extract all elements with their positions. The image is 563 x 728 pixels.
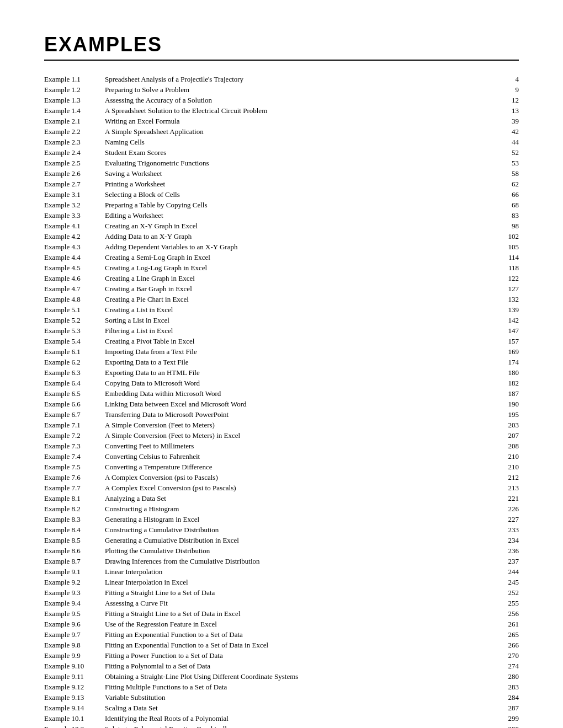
example-id: Example 2.1: [44, 116, 105, 126]
table-row: Example 8.7Drawing Inferences from the C…: [44, 556, 519, 566]
example-title: Evaluating Trigonometric Functions: [105, 158, 497, 168]
example-id: Example 5.4: [44, 336, 105, 346]
example-title: Fitting Multiple Functions to a Set of D…: [105, 682, 497, 692]
table-row: Example 6.1Importing Data from a Text Fi…: [44, 346, 519, 357]
example-title: Identifying the Real Roots of a Polynomi…: [105, 713, 497, 724]
example-id: Example 4.1: [44, 221, 105, 231]
example-page: 66: [497, 189, 519, 200]
example-id: Example 8.3: [44, 514, 105, 524]
example-page: 256: [497, 608, 519, 619]
example-id: Example 6.4: [44, 378, 105, 388]
table-row: Example 9.13Variable Substitution284: [44, 692, 519, 703]
example-id: Example 6.2: [44, 357, 105, 367]
example-title: Adding Dependent Variables to an X-Y Gra…: [105, 242, 497, 252]
table-row: Example 1.2Preparing to Solve a Problem9: [44, 84, 519, 95]
example-id: Example 8.5: [44, 535, 105, 545]
table-row: Example 6.2Exporting Data to a Text File…: [44, 357, 519, 367]
example-title: Creating a Line Graph in Excel: [105, 273, 497, 283]
example-id: Example 7.2: [44, 430, 105, 441]
example-page: 208: [497, 441, 519, 451]
example-page: 42: [497, 126, 519, 137]
example-page: 180: [497, 367, 519, 378]
example-page: 266: [497, 640, 519, 650]
example-title: Naming Cells: [105, 137, 497, 147]
example-title: Exporting Data to an HTML File: [105, 367, 497, 378]
table-row: Example 3.2Preparing a Table by Copying …: [44, 200, 519, 210]
example-id: Example 4.8: [44, 294, 105, 304]
example-title: Copying Data to Microsoft Word: [105, 378, 497, 388]
example-title: Creating a Bar Graph in Excel: [105, 283, 497, 294]
example-page: 255: [497, 598, 519, 608]
example-title: Assessing a Curve Fit: [105, 598, 497, 608]
example-page: 245: [497, 577, 519, 587]
example-page: 210: [497, 451, 519, 462]
table-row: Example 8.6Plotting the Cumulative Distr…: [44, 545, 519, 556]
example-page: 142: [497, 315, 519, 325]
example-title: Fitting a Polynomial to a Set of Data: [105, 661, 497, 671]
example-page: 300: [497, 724, 519, 728]
example-title: Preparing a Table by Copying Cells: [105, 200, 497, 210]
example-page: 9: [497, 84, 519, 95]
example-page: 233: [497, 524, 519, 535]
example-id: Example 6.1: [44, 346, 105, 357]
example-id: Example 2.7: [44, 179, 105, 189]
example-id: Example 7.4: [44, 451, 105, 462]
example-id: Example 6.3: [44, 367, 105, 378]
example-page: 13: [497, 105, 519, 116]
example-page: 236: [497, 545, 519, 556]
table-row: Example 5.3Filtering a List in Excel147: [44, 325, 519, 336]
table-row: Example 9.6Use of the Regression Feature…: [44, 619, 519, 629]
table-row: Example 7.6A Complex Conversion (psi to …: [44, 472, 519, 483]
example-id: Example 2.5: [44, 158, 105, 168]
table-row: Example 8.1Analyzing a Data Set221: [44, 493, 519, 504]
example-title: Creating an X-Y Graph in Excel: [105, 221, 497, 231]
example-title: A Spreadsheet Solution to the Electrical…: [105, 105, 497, 116]
example-page: 4: [497, 74, 519, 84]
table-row: Example 9.4Assessing a Curve Fit255: [44, 598, 519, 608]
example-page: 12: [497, 95, 519, 105]
page-title: EXAMPLES: [44, 33, 519, 56]
example-id: Example 8.2: [44, 504, 105, 514]
example-title: Sorting a List in Excel: [105, 315, 497, 325]
example-title: Drawing Inferences from the Cumulative D…: [105, 556, 497, 566]
table-row: Example 7.4Converting Celsius to Fahrenh…: [44, 451, 519, 462]
example-id: Example 9.7: [44, 629, 105, 640]
example-id: Example 8.6: [44, 545, 105, 556]
example-id: Example 4.7: [44, 283, 105, 294]
example-id: Example 6.7: [44, 409, 105, 420]
example-title: Fitting an Exponential Function to a Set…: [105, 629, 497, 640]
example-title: Embedding Data within Microsoft Word: [105, 388, 497, 399]
table-row: Example 4.3Adding Dependent Variables to…: [44, 242, 519, 252]
example-title: A Simple Spreadsheet Application: [105, 126, 497, 137]
table-row: Example 2.1Writing an Excel Formula39: [44, 116, 519, 126]
example-title: A Complex Excel Conversion (psi to Pasca…: [105, 483, 497, 493]
example-title: Importing Data from a Text File: [105, 346, 497, 357]
example-id: Example 6.6: [44, 399, 105, 409]
table-row: Example 4.5Creating a Log-Log Graph in E…: [44, 263, 519, 273]
example-id: Example 1.4: [44, 105, 105, 116]
example-page: 187: [497, 388, 519, 399]
table-row: Example 9.10Fitting a Polynomial to a Se…: [44, 661, 519, 671]
example-id: Example 7.3: [44, 441, 105, 451]
table-row: Example 9.14Scaling a Data Set287: [44, 703, 519, 713]
example-title: Assessing the Accuracy of a Solution: [105, 95, 497, 105]
example-id: Example 7.7: [44, 483, 105, 493]
title-divider: [44, 60, 519, 61]
example-page: 221: [497, 493, 519, 504]
example-title: A Complex Conversion (psi to Pascals): [105, 472, 497, 483]
table-row: Example 4.8Creating a Pie Chart in Excel…: [44, 294, 519, 304]
table-row: Example 9.12Fitting Multiple Functions t…: [44, 682, 519, 692]
example-title: A Simple Conversion (Feet to Meters): [105, 420, 497, 430]
example-title: Solving a Polynomial Equation Graphicall…: [105, 724, 497, 728]
example-page: 207: [497, 430, 519, 441]
example-page: 39: [497, 116, 519, 126]
example-page: 122: [497, 273, 519, 283]
example-id: Example 2.3: [44, 137, 105, 147]
table-row: Example 8.5Generating a Cumulative Distr…: [44, 535, 519, 545]
example-page: 274: [497, 661, 519, 671]
example-title: Linking Data between Excel and Microsoft…: [105, 399, 497, 409]
example-id: Example 4.3: [44, 242, 105, 252]
table-row: Example 3.1Selecting a Block of Cells66: [44, 189, 519, 200]
example-page: 244: [497, 566, 519, 577]
example-title: Fitting an Exponential Function to a Set…: [105, 640, 497, 650]
